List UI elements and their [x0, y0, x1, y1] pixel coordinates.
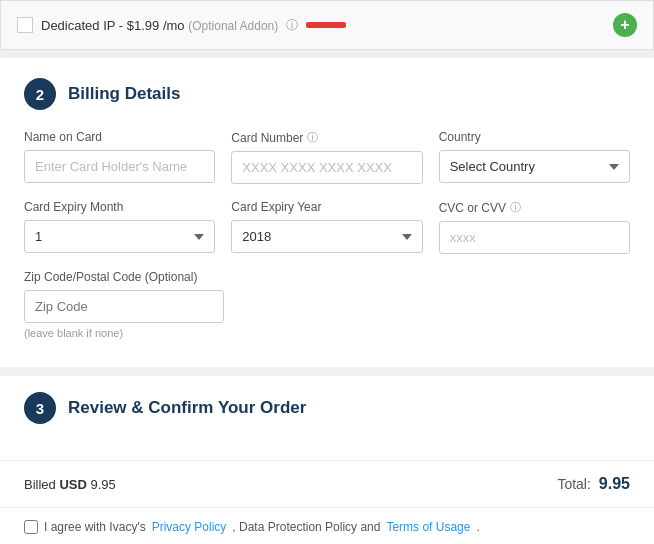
billed-row: Billed USD 9.95 Total: 9.95 — [0, 460, 654, 507]
info-icon[interactable]: ⓘ — [286, 17, 298, 34]
expiry-year-select[interactable]: 2018 2019 2020 2021 2022 2023 — [231, 220, 422, 253]
country-select[interactable]: Select Country — [439, 150, 630, 183]
cvc-label-row: CVC or CVV ⓘ — [439, 200, 630, 215]
name-on-card-group: Name on Card — [24, 130, 215, 184]
zip-label: Zip Code/Postal Code (Optional) — [24, 270, 630, 284]
expiry-month-group: Card Expiry Month 1 2 3 4 5 6 7 8 9 10 1… — [24, 200, 215, 254]
agreement-text2: , Data Protection Policy and — [232, 520, 380, 534]
card-number-input[interactable] — [231, 151, 422, 184]
card-number-label: Card Number — [231, 131, 303, 145]
dedicated-ip-optional: (Optional Addon) — [188, 19, 278, 33]
billed-amount: 9.95 — [91, 477, 116, 492]
form-row-1: Name on Card Card Number ⓘ Country Selec… — [24, 130, 630, 184]
dedicated-ip-bar: Dedicated IP - $1.99 /mo (Optional Addon… — [0, 0, 654, 50]
red-bar — [306, 22, 346, 28]
review-section: 3 Review & Confirm Your Order — [0, 375, 654, 460]
zip-section: Zip Code/Postal Code (Optional) (leave b… — [24, 270, 630, 339]
billed-currency: USD — [59, 477, 86, 492]
review-step-circle: 3 — [24, 392, 56, 424]
review-header: 3 Review & Confirm Your Order — [24, 392, 630, 424]
total-row: Total: 9.95 — [557, 475, 630, 493]
total-value: 9.95 — [599, 475, 630, 493]
cvc-help-icon[interactable]: ⓘ — [510, 200, 521, 215]
card-number-help-icon[interactable]: ⓘ — [307, 130, 318, 145]
zip-hint: (leave blank if none) — [24, 327, 630, 339]
billing-title: Billing Details — [68, 84, 180, 104]
agreement-checkbox[interactable] — [24, 520, 38, 534]
dedicated-ip-label: Dedicated IP - $1.99 /mo — [41, 18, 185, 33]
dedicated-ip-text: Dedicated IP - $1.99 /mo (Optional Addon… — [41, 18, 278, 33]
expiry-year-group: Card Expiry Year 2018 2019 2020 2021 202… — [231, 200, 422, 254]
cvc-group: CVC or CVV ⓘ — [439, 200, 630, 254]
dedicated-ip-left: Dedicated IP - $1.99 /mo (Optional Addon… — [17, 17, 346, 34]
country-label: Country — [439, 130, 630, 144]
name-on-card-label: Name on Card — [24, 130, 215, 144]
form-row-2: Card Expiry Month 1 2 3 4 5 6 7 8 9 10 1… — [24, 200, 630, 254]
billed-text: Billed USD 9.95 — [24, 477, 116, 492]
billing-step-circle: 2 — [24, 78, 56, 110]
total-label: Total: — [557, 476, 590, 492]
privacy-policy-link[interactable]: Privacy Policy — [152, 520, 227, 534]
plus-icon[interactable]: + — [613, 13, 637, 37]
billed-label: Billed — [24, 477, 56, 492]
card-number-group: Card Number ⓘ — [231, 130, 422, 184]
cvc-input[interactable] — [439, 221, 630, 254]
card-number-label-row: Card Number ⓘ — [231, 130, 422, 145]
expiry-month-label: Card Expiry Month — [24, 200, 215, 214]
expiry-year-label: Card Expiry Year — [231, 200, 422, 214]
dedicated-ip-checkbox[interactable] — [17, 17, 33, 33]
country-group: Country Select Country — [439, 130, 630, 184]
agreement-row: I agree with Ivacy's Privacy Policy , Da… — [0, 507, 654, 544]
review-title: Review & Confirm Your Order — [68, 398, 306, 418]
agreement-text3: . — [476, 520, 479, 534]
billing-header: 2 Billing Details — [24, 78, 630, 110]
terms-of-usage-link[interactable]: Terms of Usage — [386, 520, 470, 534]
billing-section: 2 Billing Details Name on Card Card Numb… — [0, 58, 654, 367]
expiry-month-select[interactable]: 1 2 3 4 5 6 7 8 9 10 11 12 — [24, 220, 215, 253]
name-on-card-input[interactable] — [24, 150, 215, 183]
main-container: Dedicated IP - $1.99 /mo (Optional Addon… — [0, 0, 654, 544]
agreement-text1: I agree with Ivacy's — [44, 520, 146, 534]
zip-input[interactable] — [24, 290, 224, 323]
cvc-label: CVC or CVV — [439, 201, 506, 215]
